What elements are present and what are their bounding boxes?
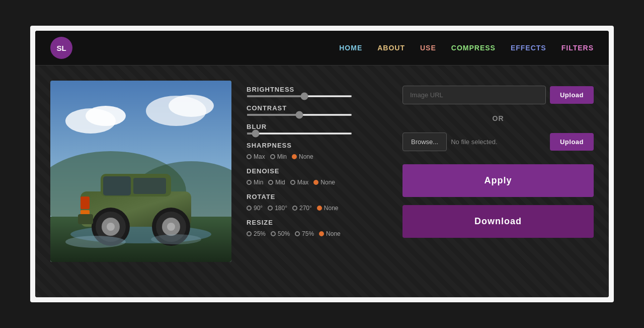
rotate-90-label: 90° [254, 205, 263, 212]
resize-50-dot [271, 231, 276, 236]
nav-item-use[interactable]: USE [420, 44, 436, 52]
image-url-input[interactable] [403, 86, 546, 104]
rotate-90-dot [247, 206, 252, 211]
controls-panel: BRIGHTNESS CONTRAST BLUR SHARPNESS [247, 81, 387, 277]
resize-none-label: None [326, 230, 341, 237]
apply-button[interactable]: Apply [403, 164, 594, 197]
image-panel [50, 81, 231, 277]
svg-point-17 [107, 223, 115, 231]
nav-item-filters[interactable]: FILTERS [561, 44, 594, 52]
resize-75-label: 75% [302, 230, 314, 237]
resize-none-dot [319, 231, 324, 236]
resize-25-label: 25% [254, 230, 266, 237]
rotate-none[interactable]: None [317, 205, 339, 212]
rotate-180[interactable]: 180° [268, 205, 287, 212]
denoise-mid[interactable]: Mid [268, 179, 285, 186]
denoise-label: DENOISE [247, 167, 387, 175]
app-container: SL HOMEABOUTUSECOMPRESSEFFECTSFILTERS [35, 31, 609, 297]
resize-75[interactable]: 75% [295, 230, 314, 237]
rotate-270-dot [292, 206, 297, 211]
svg-point-25 [151, 234, 201, 244]
logo: SL [50, 37, 72, 59]
rotate-180-dot [268, 206, 273, 211]
browse-button[interactable]: Browse... [403, 133, 447, 151]
svg-point-24 [65, 236, 126, 248]
blur-slider[interactable] [247, 133, 352, 135]
rotate-none-label: None [324, 205, 339, 212]
brightness-slider[interactable] [247, 95, 352, 97]
resize-radio-group: 25% 50% 75% None [247, 230, 387, 237]
denoise-none[interactable]: None [313, 179, 335, 186]
sharpness-none[interactable]: None [292, 153, 313, 160]
sharpness-none-label: None [299, 153, 313, 160]
rotate-label: ROTATE [247, 193, 387, 201]
rotate-180-label: 180° [275, 205, 287, 212]
rotate-270[interactable]: 270° [292, 205, 312, 212]
sharpness-section: SHARPNESS Max Min None [247, 142, 387, 160]
denoise-mid-dot [268, 180, 273, 185]
svg-point-4 [169, 95, 214, 117]
rotate-270-label: 270° [299, 205, 312, 212]
sharpness-label: SHARPNESS [247, 142, 387, 149]
resize-none[interactable]: None [319, 230, 341, 237]
nav: HOMEABOUTUSECOMPRESSEFFECTSFILTERS [339, 44, 594, 52]
contrast-slider[interactable] [247, 114, 352, 116]
resize-section: RESIZE 25% 50% 75% [247, 219, 387, 237]
rotate-90[interactable]: 90° [247, 205, 263, 212]
denoise-none-dot [313, 180, 318, 185]
url-row: Upload [403, 86, 594, 104]
download-button[interactable]: Download [403, 205, 594, 238]
no-file-text: No file selected. [451, 138, 546, 146]
nav-item-compress[interactable]: COMPRESS [451, 44, 496, 52]
svg-point-2 [86, 106, 126, 126]
svg-point-20 [167, 223, 175, 231]
outer-wrapper: SL HOMEABOUTUSECOMPRESSEFFECTSFILTERS [30, 26, 614, 302]
denoise-min[interactable]: Min [247, 179, 263, 186]
denoise-section: DENOISE Min Mid Max [247, 167, 387, 186]
car-image [50, 81, 231, 262]
sharpness-max-label: Max [254, 153, 265, 160]
rotate-none-dot [317, 206, 322, 211]
rotate-section: ROTATE 90° 180° 270° [247, 193, 387, 212]
nav-item-home[interactable]: HOME [339, 44, 362, 52]
nav-item-effects[interactable]: EFFECTS [511, 44, 546, 52]
resize-label: RESIZE [247, 219, 387, 226]
resize-50[interactable]: 50% [271, 230, 290, 237]
or-divider: OR [403, 112, 594, 124]
resize-50-label: 50% [278, 230, 290, 237]
denoise-max-label: Max [297, 179, 309, 186]
resize-75-dot [295, 231, 300, 236]
denoise-radio-group: Min Mid Max None [247, 179, 387, 186]
rotate-radio-group: 90° 180° 270° None [247, 205, 387, 212]
svg-rect-11 [103, 176, 131, 195]
svg-rect-23 [78, 214, 93, 224]
brightness-section: BRIGHTNESS [247, 86, 387, 97]
sharpness-min-label: Min [277, 153, 287, 160]
sharpness-min-dot [270, 154, 275, 159]
upload-file-button[interactable]: Upload [550, 133, 594, 151]
nav-item-about[interactable]: ABOUT [377, 44, 405, 52]
sharpness-min[interactable]: Min [270, 153, 287, 160]
image-preview [50, 81, 231, 262]
svg-rect-21 [80, 196, 90, 209]
denoise-max[interactable]: Max [290, 179, 309, 186]
header: SL HOMEABOUTUSECOMPRESSEFFECTSFILTERS [35, 31, 609, 65]
resize-25[interactable]: 25% [247, 230, 266, 237]
denoise-max-dot [290, 180, 295, 185]
right-panel: Upload OR Browse... No file selected. Up… [403, 81, 594, 277]
blur-section: BLUR [247, 123, 387, 135]
svg-rect-12 [133, 178, 166, 194]
sharpness-radio-group: Max Min None [247, 153, 387, 160]
resize-25-dot [247, 231, 252, 236]
denoise-min-label: Min [254, 179, 263, 186]
denoise-none-label: None [320, 179, 335, 186]
denoise-mid-label: Mid [275, 179, 285, 186]
main-content: BRIGHTNESS CONTRAST BLUR SHARPNESS [35, 65, 609, 297]
contrast-section: CONTRAST [247, 104, 387, 116]
sharpness-max-dot [247, 154, 252, 159]
upload-url-button[interactable]: Upload [550, 86, 594, 104]
sharpness-none-dot [292, 154, 297, 159]
file-row: Browse... No file selected. Upload [403, 133, 594, 151]
denoise-min-dot [247, 180, 252, 185]
sharpness-max[interactable]: Max [247, 153, 265, 160]
